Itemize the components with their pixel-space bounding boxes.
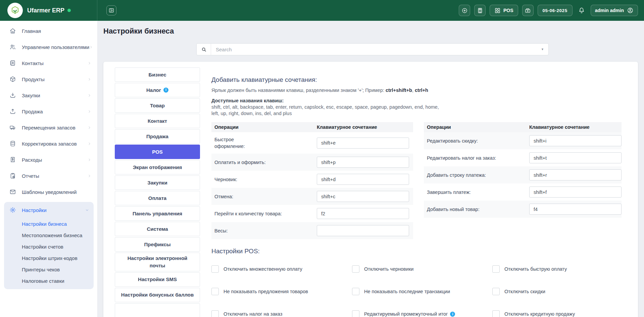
- checkbox-disable-order-tax[interactable]: [211, 310, 219, 317]
- shortcut-input-draft[interactable]: [317, 174, 409, 185]
- shortcut-input-edit-discount[interactable]: [529, 135, 622, 146]
- calculator-icon: [477, 7, 483, 14]
- shortcut-input-finalize-payment[interactable]: [529, 187, 622, 198]
- sidebar-subitem-barcode-settings[interactable]: Настройки штрих-кодов: [4, 252, 94, 264]
- tab-email-settings[interactable]: Настройки электронной почты: [115, 253, 200, 271]
- sidebar-item-label: Отчеты: [22, 173, 39, 179]
- column-header-shortcut: Клавиатурное сочетание: [317, 124, 377, 130]
- tab-label: Система: [147, 225, 168, 233]
- tab-display-screen[interactable]: Экран отображения: [115, 160, 200, 174]
- search-icon: [197, 44, 211, 55]
- checkbox-disable-discount[interactable]: [492, 288, 500, 295]
- shortcut-input-go-to-product-quantity[interactable]: [317, 208, 409, 219]
- tab-reward-points[interactable]: Настройки бонусных баллов: [115, 288, 200, 302]
- pos-button[interactable]: POS: [490, 5, 518, 16]
- tab-tax[interactable]: Налогi: [115, 83, 200, 97]
- shortcut-input-add-payment-row[interactable]: [529, 169, 622, 180]
- sidebar-item-notification-templates[interactable]: Шаблоны уведомлений: [0, 184, 97, 200]
- sidebar-item-stock-adjustment[interactable]: Корректировка запасов: [0, 136, 97, 152]
- table-row: Черновик:: [211, 171, 413, 188]
- shortcut-input-cancel[interactable]: [317, 191, 409, 202]
- tab-sms-settings[interactable]: Настройки SMS: [115, 272, 200, 287]
- tab-contact[interactable]: Контакт: [115, 114, 200, 128]
- quick-add-button[interactable]: [459, 5, 470, 16]
- tab-payment[interactable]: Оплата: [115, 191, 200, 205]
- sidebar-item-purchases[interactable]: Закупки: [0, 87, 97, 103]
- panel-collapse-icon: [108, 7, 114, 13]
- calculator-button[interactable]: [474, 5, 486, 16]
- checkbox-hide-product-suggestion[interactable]: [211, 288, 219, 295]
- sidebar-item-reports[interactable]: Отчеты: [0, 168, 97, 184]
- search-input[interactable]: [211, 47, 541, 52]
- checkbox-disable-credit-sale[interactable]: [492, 310, 500, 317]
- tab-purchases[interactable]: Закупки: [115, 175, 200, 190]
- sidebar-subitem-invoice-settings[interactable]: Настройки счетов: [4, 241, 94, 252]
- brand-name: Ufarmer ERP: [27, 7, 64, 14]
- notifications-button[interactable]: [577, 5, 587, 16]
- sidebar-subitem-business-locations[interactable]: Местоположения бизнеса: [4, 229, 94, 241]
- sidebar-item-settings[interactable]: Настройки: [4, 202, 94, 218]
- sidebar-subitem-tax-rates[interactable]: Налоговые ставки: [4, 275, 94, 286]
- checkbox-disable-draft[interactable]: [352, 265, 359, 273]
- tab-system[interactable]: Система: [115, 222, 200, 236]
- settings-tab-list: БизнесНалогiТоварКонтактПродажаPOSЭкран …: [115, 67, 200, 317]
- app-logo[interactable]: [7, 3, 23, 18]
- table-row: Быстрое оформление:: [211, 132, 413, 154]
- user-menu-button[interactable]: admin admin: [591, 5, 638, 16]
- tab-label: Налог: [146, 87, 161, 94]
- cash-register-button[interactable]: [522, 5, 534, 16]
- sidebar-subitem-receipt-printers[interactable]: Принтеры чеков: [4, 264, 94, 275]
- tab-dashboard[interactable]: Панель управления: [115, 206, 200, 221]
- checkbox-disable-multiple-pay[interactable]: [211, 265, 219, 273]
- shortcut-input-express-checkout[interactable]: [317, 138, 409, 149]
- status-dot: [67, 9, 71, 12]
- users-icon: [9, 44, 16, 50]
- checkbox-hide-recent-transactions[interactable]: [352, 288, 359, 295]
- sidebar-subitem-business-settings[interactable]: Настройки бизнеса: [4, 218, 94, 229]
- sidebar-item-label: Контакты: [22, 60, 44, 66]
- sidebar-item-label: Закупки: [22, 93, 40, 98]
- shortcut-label-add-new-product: Добавить новый товар:: [424, 206, 529, 213]
- sidebar-item-home[interactable]: Главная: [0, 23, 97, 39]
- checkbox-disable-express-checkout[interactable]: [492, 265, 500, 273]
- sidebar-settings-group: НастройкиНастройки бизнесаМестоположения…: [4, 202, 94, 289]
- sidebar-item-contacts[interactable]: Контакты: [0, 55, 97, 71]
- tab-prefixes[interactable]: Префиксы: [115, 237, 200, 252]
- checkbox-subtotal-editable[interactable]: [352, 310, 359, 317]
- checkbox-item-subtotal-editable: Редактируемый промежуточный итогi: [352, 310, 492, 317]
- tab-next-cutoff[interactable]: [115, 303, 200, 317]
- page-title: Настройки бизнеса: [103, 27, 638, 36]
- search-box: ▼: [196, 43, 549, 55]
- shortcut-input-edit-order-tax[interactable]: [529, 152, 622, 163]
- sidebar-item-sales[interactable]: Продажа: [0, 103, 97, 119]
- hint-separator: ,: [412, 88, 415, 93]
- checkbox-item-disable-multiple-pay: Отключить множественную оплату: [211, 265, 352, 273]
- sidebar-item-stock-transfers[interactable]: Перемещения запасов: [0, 119, 97, 136]
- dropdown-arrow-icon[interactable]: ▼: [541, 48, 548, 51]
- checkbox-row: Не показывать предложения товаровНе пока…: [211, 288, 627, 295]
- tab-sale[interactable]: Продажа: [115, 129, 200, 144]
- shortcut-input-pay-and-checkout[interactable]: [317, 157, 409, 168]
- sidebar-item-label: Корректировка запасов: [22, 141, 77, 147]
- info-icon[interactable]: i: [163, 88, 168, 93]
- pos-settings-checkbox-grid: Отключить множественную оплатуОтключить …: [211, 265, 627, 317]
- tab-pos[interactable]: POS: [115, 145, 200, 159]
- shortcut-label-go-to-product-quantity: Перейти к количеству товара:: [211, 210, 317, 217]
- sidebar-toggle-button[interactable]: [106, 5, 116, 15]
- sidebar-nav: ГлавнаяУправление пользователямиКонтакты…: [0, 21, 97, 289]
- table-row: Перейти к количеству товара:: [211, 205, 413, 222]
- tab-business[interactable]: Бизнес: [115, 67, 200, 82]
- tab-label: Бизнес: [148, 71, 166, 78]
- sidebar-item-user-management[interactable]: Управление пользователями: [0, 39, 97, 55]
- tab-label: POS: [152, 148, 163, 156]
- table-row: Оплатить и оформить:: [211, 154, 413, 171]
- search-row: ▼: [103, 43, 638, 55]
- sidebar-item-products[interactable]: Продукты: [0, 71, 97, 87]
- shortcut-input-weighing-scale[interactable]: [317, 225, 409, 236]
- main-content: Настройки бизнеса ▼ БизнесНалогiТоварКон…: [97, 21, 644, 317]
- date-button[interactable]: 05-06-2025: [538, 5, 573, 16]
- sidebar-item-expenses[interactable]: Расходы: [0, 152, 97, 168]
- info-icon[interactable]: i: [450, 312, 455, 317]
- tab-product[interactable]: Товар: [115, 98, 200, 113]
- shortcut-input-add-new-product[interactable]: [529, 204, 622, 215]
